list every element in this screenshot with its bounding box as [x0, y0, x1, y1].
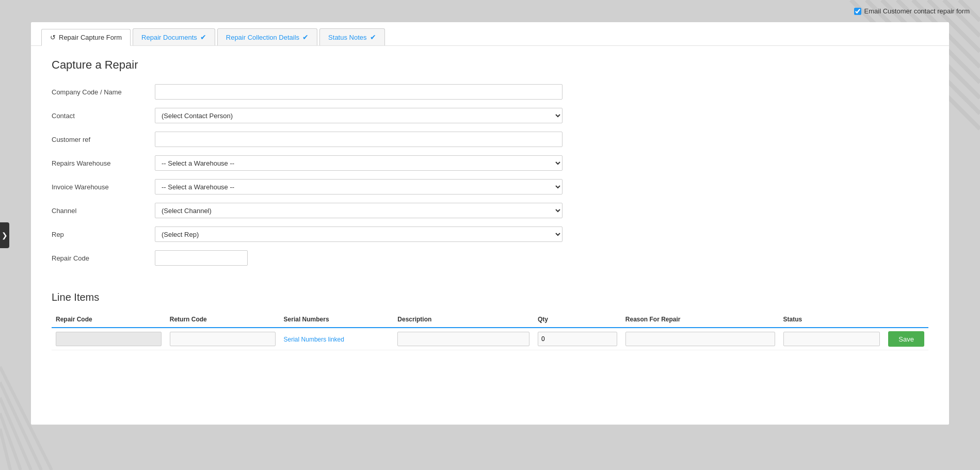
- input-reason-0[interactable]: [625, 332, 775, 346]
- invoice-warehouse-select[interactable]: -- Select a Warehouse --: [155, 179, 563, 195]
- input-description-0[interactable]: [397, 332, 529, 346]
- capture-repair-form: Capture a Repair Company Code / Name Con…: [31, 46, 949, 286]
- rep-select[interactable]: (Select Rep): [155, 226, 563, 242]
- input-repair-code-0[interactable]: [56, 332, 162, 346]
- customer-ref-label: Customer ref: [52, 136, 155, 143]
- cell-qty-0: [534, 328, 621, 350]
- table-header-row: Repair Code Return Code Serial Numbers D…: [52, 312, 928, 328]
- rep-row: Rep (Select Rep): [52, 226, 928, 242]
- cell-repair-code-0: [52, 328, 166, 350]
- channel-label: Channel: [52, 207, 155, 215]
- tab-status-notes-check: ✔: [370, 33, 376, 41]
- tab-repair-collection[interactable]: Repair Collection Details ✔: [217, 28, 317, 45]
- tab-repair-collection-label: Repair Collection Details: [226, 34, 299, 41]
- col-header-serial: Serial Numbers: [280, 312, 394, 328]
- contact-label: Contact: [52, 112, 155, 120]
- col-header-return-code: Return Code: [166, 312, 280, 328]
- col-header-reason: Reason For Repair: [621, 312, 779, 328]
- input-status-0[interactable]: [783, 332, 880, 346]
- repair-code-label: Repair Code: [52, 254, 155, 262]
- main-card: ↺ Repair Capture Form Repair Documents ✔…: [31, 22, 949, 425]
- email-checkbox[interactable]: [854, 8, 861, 15]
- email-checkbox-text: Email Customer contact repair form: [864, 7, 970, 15]
- sidebar-toggle[interactable]: ❯: [0, 222, 9, 248]
- contact-row: Contact (Select Contact Person): [52, 108, 928, 123]
- cell-reason-0: [621, 328, 779, 350]
- contact-select[interactable]: (Select Contact Person): [155, 108, 563, 123]
- tab-repair-documents[interactable]: Repair Documents ✔: [133, 28, 215, 45]
- cell-save-0: Save: [884, 328, 928, 350]
- company-code-label: Company Code / Name: [52, 88, 155, 96]
- repairs-warehouse-label: Repairs Warehouse: [52, 159, 155, 167]
- col-header-save: [884, 312, 928, 328]
- tab-status-notes-label: Status Notes: [328, 34, 366, 41]
- repair-code-input[interactable]: [155, 250, 248, 266]
- col-header-qty: Qty: [534, 312, 621, 328]
- rep-label: Rep: [52, 231, 155, 238]
- form-title: Capture a Repair: [52, 58, 928, 72]
- input-return-code-0[interactable]: [170, 332, 276, 346]
- tab-status-notes[interactable]: Status Notes ✔: [319, 28, 384, 45]
- invoice-warehouse-row: Invoice Warehouse -- Select a Warehouse …: [52, 179, 928, 195]
- tab-repair-collection-check: ✔: [302, 33, 309, 41]
- repairs-warehouse-row: Repairs Warehouse -- Select a Warehouse …: [52, 155, 928, 171]
- table-row: Serial Numbers linked Save: [52, 328, 928, 350]
- col-header-status: Status: [779, 312, 885, 328]
- company-code-row: Company Code / Name: [52, 84, 928, 100]
- svg-line-12: [0, 429, 10, 470]
- line-items-table: Repair Code Return Code Serial Numbers D…: [52, 312, 928, 350]
- col-header-description: Description: [393, 312, 534, 328]
- tab-repair-documents-label: Repair Documents: [141, 34, 197, 41]
- company-code-input[interactable]: [155, 84, 563, 100]
- channel-row: Channel (Select Channel): [52, 203, 928, 218]
- cell-status-0: [779, 328, 885, 350]
- line-items-section: Line Items Repair Code Return Code Seria…: [31, 286, 949, 361]
- customer-ref-row: Customer ref: [52, 132, 928, 147]
- cell-return-code-0: [166, 328, 280, 350]
- repair-code-row: Repair Code: [52, 250, 928, 266]
- cell-serial-0: Serial Numbers linked: [280, 328, 394, 350]
- invoice-warehouse-label: Invoice Warehouse: [52, 183, 155, 191]
- channel-select[interactable]: (Select Channel): [155, 203, 563, 218]
- line-items-title: Line Items: [52, 291, 928, 303]
- top-bar: Email Customer contact repair form: [0, 0, 980, 22]
- sidebar-toggle-icon: ❯: [2, 231, 8, 239]
- cell-description-0: [393, 328, 534, 350]
- save-button-0[interactable]: Save: [888, 331, 924, 347]
- input-qty-0[interactable]: [538, 332, 617, 346]
- email-checkbox-label[interactable]: Email Customer contact repair form: [854, 7, 970, 15]
- svg-line-10: [0, 398, 31, 470]
- svg-line-11: [0, 413, 21, 470]
- col-header-repair-code: Repair Code: [52, 312, 166, 328]
- customer-ref-input[interactable]: [155, 132, 563, 147]
- tab-refresh-icon: ↺: [50, 34, 56, 41]
- tab-repair-capture[interactable]: ↺ Repair Capture Form: [41, 29, 131, 46]
- tab-repair-capture-label: Repair Capture Form: [59, 34, 122, 41]
- tab-repair-documents-check: ✔: [200, 33, 206, 41]
- tabs-bar: ↺ Repair Capture Form Repair Documents ✔…: [31, 22, 949, 46]
- serial-numbers-link-0[interactable]: Serial Numbers linked: [284, 336, 344, 343]
- repairs-warehouse-select[interactable]: -- Select a Warehouse --: [155, 155, 563, 171]
